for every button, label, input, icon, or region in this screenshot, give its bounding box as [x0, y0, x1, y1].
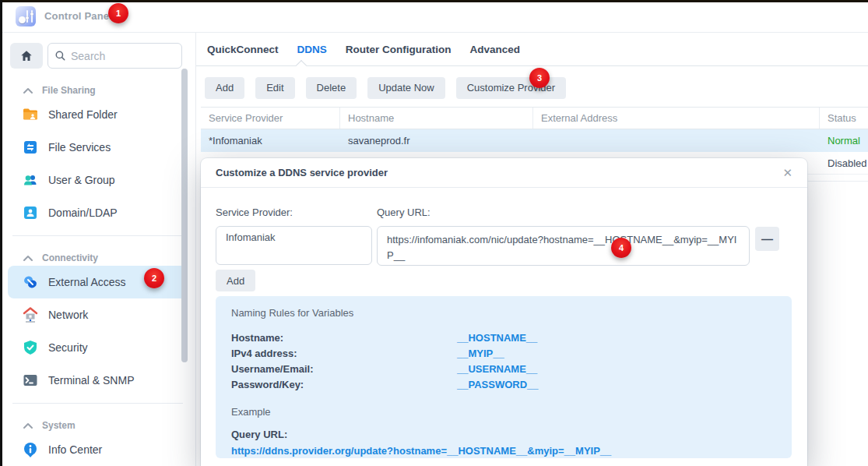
service-provider-label: Service Provider: [216, 207, 293, 218]
tab-ddns[interactable]: DDNS [297, 44, 327, 55]
cell-service-provider: *Infomaniak [201, 135, 340, 147]
sidebar-item-info-center[interactable]: Info Center [0, 433, 195, 466]
home-button[interactable] [10, 43, 43, 69]
sidebar-item-label: User & Group [48, 174, 115, 186]
search-input[interactable] [71, 50, 164, 62]
external-access-icon [22, 274, 39, 291]
customize-ddns-dialog: Customize a DDNS service provider ✕ Serv… [201, 158, 807, 466]
shared-folder-icon [22, 106, 39, 123]
naming-rule-password: Password/Key: __PASSWORD__ [231, 376, 776, 392]
user-group-icon [22, 171, 39, 189]
rule-label: Password/Key: [231, 379, 457, 390]
sidebar-item-label: Security [48, 341, 88, 354]
dialog-titlebar: Customize a DDNS service provider ✕ [201, 158, 807, 188]
app-title: Control Panel [44, 10, 112, 22]
update-now-button[interactable]: Update Now [367, 77, 445, 99]
terminal-snmp-icon [22, 372, 39, 389]
dialog-title: Customize a DDNS service provider [216, 167, 388, 178]
chevron-up-icon [23, 417, 33, 434]
step-badge-4: 4 [611, 238, 631, 258]
add-button[interactable]: Add [205, 77, 244, 99]
sidebar-item-label: Domain/LDAP [48, 207, 118, 219]
section-file-sharing[interactable]: File Sharing [0, 83, 195, 98]
tab-quickconnect[interactable]: QuickConnect [207, 44, 279, 55]
control-panel-icon [16, 6, 36, 26]
customize-provider-button[interactable]: Customize Provider [456, 77, 566, 99]
example-query-url: https://ddns.provider.org/update?hostnam… [231, 445, 776, 457]
window-top-edge [0, 0, 868, 2]
sidebar-divider [12, 403, 183, 404]
window-left-edge [0, 0, 2, 466]
section-label: File Sharing [42, 85, 96, 96]
rule-variable: __PASSWORD__ [457, 379, 539, 390]
sidebar-item-network[interactable]: Network [0, 298, 195, 331]
query-url-label: Query URL: [377, 207, 430, 218]
rule-variable: __HOSTNAME__ [457, 332, 537, 344]
sidebar-item-security[interactable]: Security [0, 331, 195, 364]
domain-ldap-icon [22, 204, 39, 221]
close-icon[interactable]: ✕ [782, 167, 792, 179]
naming-rule-hostname: Hostname: __HOSTNAME__ [231, 330, 776, 345]
naming-rules-title: Naming Rules for Variables [231, 307, 776, 319]
section-connectivity[interactable]: Connectivity [0, 250, 195, 266]
column-service-provider[interactable]: Service Provider [201, 108, 340, 129]
sidebar-scrollbar[interactable] [181, 69, 188, 362]
tab-router-configuration[interactable]: Router Configuration [346, 44, 452, 55]
security-icon [22, 339, 39, 356]
naming-rule-username: Username/Email: __USERNAME__ [231, 361, 776, 376]
service-provider-input[interactable] [216, 226, 372, 265]
rule-label: Username/Email: [231, 363, 457, 375]
sidebar-item-user-group[interactable]: User & Group [0, 164, 195, 196]
cell-hostname: savaneprod.fr [340, 135, 533, 147]
rule-variable: __USERNAME__ [457, 363, 537, 375]
sidebar-item-label: External Access [48, 276, 126, 288]
column-external-address[interactable]: External Address [533, 108, 820, 129]
column-hostname[interactable]: Hostname [340, 108, 533, 129]
edit-button[interactable]: Edit [255, 77, 294, 99]
rule-label: Hostname: [231, 332, 457, 344]
sidebar-item-terminal-snmp[interactable]: Terminal & SNMP [0, 364, 195, 397]
section-label: Connectivity [42, 252, 98, 263]
app-titlebar: Control Panel [0, 0, 868, 33]
cell-status: Normal [820, 135, 868, 147]
naming-rules-panel: Naming Rules for Variables Hostname: __H… [216, 296, 792, 458]
column-status[interactable]: Status [820, 108, 868, 129]
sidebar-item-label: Shared Folder [48, 108, 118, 121]
section-label: System [42, 420, 76, 431]
step-badge-1: 1 [108, 3, 128, 23]
file-services-icon [22, 139, 39, 156]
chevron-up-icon [23, 82, 33, 99]
sidebar-item-shared-folder[interactable]: Shared Folder [0, 98, 195, 131]
sidebar-item-file-services[interactable]: File Services [0, 131, 195, 164]
example-label: Example [231, 406, 776, 418]
network-icon [22, 306, 39, 323]
search-icon [54, 50, 66, 62]
table-row-border [807, 181, 868, 182]
table-header-row: Service Provider Hostname External Addre… [201, 107, 868, 129]
search-box[interactable] [47, 43, 182, 69]
section-system[interactable]: System [0, 418, 195, 433]
delete-button[interactable]: Delete [306, 77, 357, 99]
sidebar-item-domain-ldap[interactable]: Domain/LDAP [0, 196, 195, 229]
example-query-url-label: Query URL: [231, 429, 776, 440]
rule-label: IPv4 address: [231, 348, 457, 359]
query-url-input[interactable]: https://infomaniak.com/nic/update?hostna… [377, 226, 750, 266]
ddns-toolbar: Add Edit Delete Update Now Customize Pro… [205, 77, 566, 99]
sidebar-item-label: Network [48, 309, 88, 321]
minus-icon: — [761, 232, 773, 245]
dialog-add-button[interactable]: Add [216, 270, 255, 291]
cell-status: Disabled [820, 157, 868, 169]
home-icon [19, 49, 33, 63]
naming-rule-ipv4: IPv4 address: __MYIP__ [231, 345, 776, 361]
info-center-icon [22, 441, 39, 458]
table-row[interactable]: *Infomaniak savaneprod.fr Normal [201, 129, 868, 152]
step-badge-3: 3 [529, 68, 550, 88]
sidebar-item-label: Info Center [48, 443, 102, 456]
tab-bar: QuickConnect DDNS Router Configuration A… [196, 33, 868, 65]
remove-provider-button[interactable]: — [755, 227, 779, 251]
sidebar: File Sharing Shared Folder File Servic [0, 33, 196, 466]
sidebar-item-label: Terminal & SNMP [48, 374, 134, 387]
tab-advanced[interactable]: Advanced [470, 44, 521, 55]
control-panel-window: Control Panel 1 File Sharing [0, 0, 868, 466]
chevron-up-icon [23, 249, 33, 267]
